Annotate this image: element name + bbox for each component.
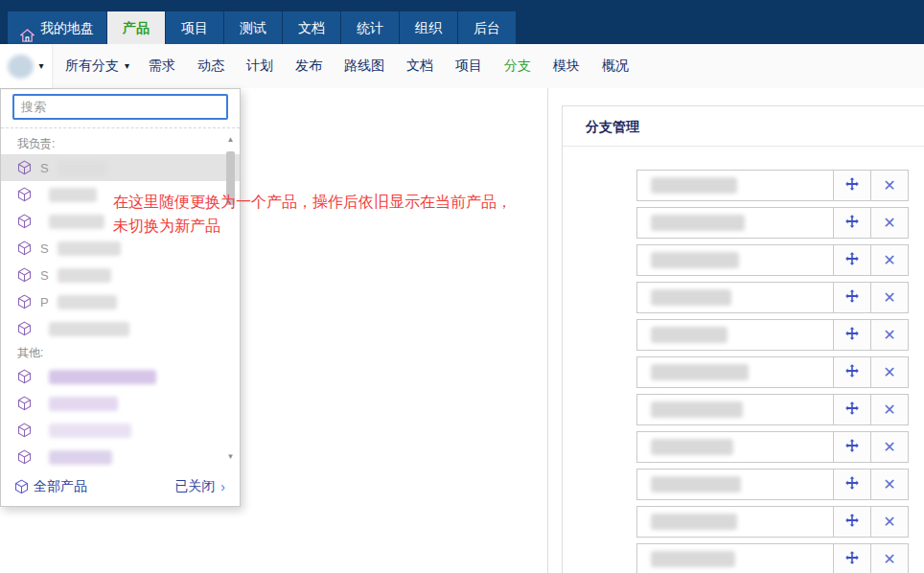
tab-label: 我的地盘 — [40, 11, 94, 44]
top-nav-tab[interactable]: 产品 — [107, 11, 165, 44]
product-list-item[interactable] — [1, 315, 240, 342]
scrollbar-thumb[interactable] — [226, 151, 235, 205]
product-list-item[interactable]: S — [1, 262, 240, 288]
branch-name-input[interactable] — [637, 507, 833, 537]
delete-branch-button[interactable]: ✕ — [870, 208, 908, 238]
branch-name-input[interactable] — [637, 470, 833, 499]
product-list-item[interactable] — [1, 444, 240, 468]
move-icon — [844, 214, 860, 233]
branch-name-blurred — [651, 252, 739, 268]
move-branch-button[interactable] — [833, 171, 870, 200]
product-name-blurred — [49, 188, 97, 202]
delete-branch-button[interactable]: ✕ — [870, 544, 908, 573]
move-branch-button[interactable] — [833, 283, 870, 312]
product-list-item[interactable]: S — [1, 154, 240, 181]
sub-nav-item[interactable]: 计划 — [246, 57, 273, 75]
move-branch-button[interactable] — [833, 320, 870, 350]
product-list-item[interactable] — [1, 417, 240, 444]
chevron-right-icon: › — [220, 479, 225, 494]
sub-nav-item[interactable]: 文档 — [406, 57, 433, 75]
branch-management-panel: 分支管理 ✕ — [562, 105, 924, 573]
product-cube-icon — [17, 369, 32, 384]
move-branch-button[interactable] — [833, 432, 870, 462]
search-input[interactable] — [12, 94, 228, 120]
branch-row: ✕ — [636, 282, 909, 313]
all-products-link[interactable]: 全部产品 — [14, 478, 87, 495]
top-nav-tab[interactable]: 组织 — [400, 11, 457, 44]
product-list-item[interactable]: P — [1, 288, 240, 315]
sub-nav-item[interactable]: 概况 — [602, 57, 629, 75]
branch-row: ✕ — [636, 543, 909, 573]
sub-nav-item[interactable]: 路线图 — [344, 57, 384, 75]
delete-branch-button[interactable]: ✕ — [870, 470, 908, 499]
home-icon — [20, 21, 35, 34]
scroll-up-icon[interactable]: ▲ — [224, 133, 237, 146]
product-cube-icon — [17, 396, 32, 411]
branch-filter-dropdown[interactable]: 所有分支 ▾ — [65, 57, 129, 75]
move-branch-button[interactable] — [833, 544, 870, 573]
sub-nav-item-label: 需求 — [149, 57, 175, 73]
move-icon — [844, 176, 860, 195]
dropdown-footer: 全部产品 已关闭 › — [1, 468, 240, 506]
sub-nav-item[interactable]: 模块 — [553, 57, 580, 75]
branch-name-input[interactable] — [637, 544, 833, 573]
product-name-blurred — [49, 322, 129, 336]
move-branch-button[interactable] — [833, 395, 870, 424]
sub-nav-item[interactable]: 分支 — [504, 57, 531, 75]
tab-label: 文档 — [298, 20, 325, 35]
branch-name-blurred — [651, 551, 735, 567]
top-nav-tab[interactable]: 后台 — [458, 11, 516, 44]
move-branch-button[interactable] — [833, 245, 870, 275]
branch-name-blurred — [651, 401, 743, 418]
sub-nav-item[interactable]: 需求 — [149, 57, 175, 75]
move-branch-button[interactable] — [833, 507, 870, 537]
sub-nav-item-label: 模块 — [553, 57, 580, 73]
delete-branch-button[interactable]: ✕ — [870, 245, 908, 275]
product-list-item[interactable] — [1, 181, 240, 208]
branch-name-input[interactable] — [637, 245, 833, 275]
delete-branch-button[interactable]: ✕ — [870, 357, 908, 387]
sub-nav-item[interactable]: 发布 — [295, 57, 322, 75]
product-list-item[interactable]: S — [1, 235, 240, 262]
product-list-item[interactable] — [1, 363, 240, 390]
product-name-blurred — [49, 424, 131, 438]
closed-products-link[interactable]: 已关闭 › — [174, 478, 225, 495]
delete-branch-button[interactable]: ✕ — [870, 283, 908, 312]
delete-branch-button[interactable]: ✕ — [870, 432, 908, 462]
sub-nav-item[interactable]: 动态 — [197, 57, 224, 75]
branch-name-input[interactable] — [637, 171, 833, 200]
top-nav-tab[interactable]: 项目 — [166, 11, 223, 44]
move-branch-button[interactable] — [833, 470, 870, 499]
product-switcher-dropdown-button[interactable]: ▾ — [0, 44, 52, 88]
branch-name-blurred — [651, 289, 731, 306]
branch-name-input[interactable] — [637, 208, 833, 238]
product-cube-icon — [17, 214, 32, 229]
delete-branch-button[interactable]: ✕ — [870, 171, 908, 200]
branch-name-blurred — [651, 514, 737, 530]
move-branch-button[interactable] — [833, 208, 870, 238]
panel-title: 分支管理 — [563, 106, 924, 147]
branch-row: ✕ — [636, 319, 909, 351]
close-icon: ✕ — [883, 290, 895, 306]
branch-name-input[interactable] — [637, 320, 833, 350]
top-nav-tab[interactable]: 统计 — [341, 11, 399, 44]
sub-nav-item[interactable]: 项目 — [455, 57, 482, 75]
current-product-name-blurred — [8, 55, 34, 79]
sub-nav-item-label: 路线图 — [344, 57, 384, 73]
delete-branch-button[interactable]: ✕ — [870, 395, 908, 424]
move-branch-button[interactable] — [833, 357, 870, 387]
product-list-item[interactable] — [1, 390, 240, 417]
branch-name-input[interactable] — [637, 357, 833, 387]
delete-branch-button[interactable]: ✕ — [870, 320, 908, 350]
product-dropdown-panel: 我负责: S — [0, 88, 241, 507]
scroll-down-icon[interactable]: ▼ — [224, 450, 237, 463]
branch-name-input[interactable] — [637, 395, 833, 424]
top-nav-tab[interactable]: 文档 — [283, 11, 340, 44]
delete-branch-button[interactable]: ✕ — [870, 507, 908, 537]
branch-name-input[interactable] — [637, 283, 833, 312]
branch-name-input[interactable] — [637, 432, 833, 462]
product-list-item[interactable] — [1, 208, 240, 235]
top-nav-tab[interactable]: 测试 — [224, 11, 282, 44]
tab-my-dashboard[interactable]: 我的地盘 — [8, 11, 106, 44]
list-scrollbar: ▲ ▼ — [224, 133, 237, 463]
